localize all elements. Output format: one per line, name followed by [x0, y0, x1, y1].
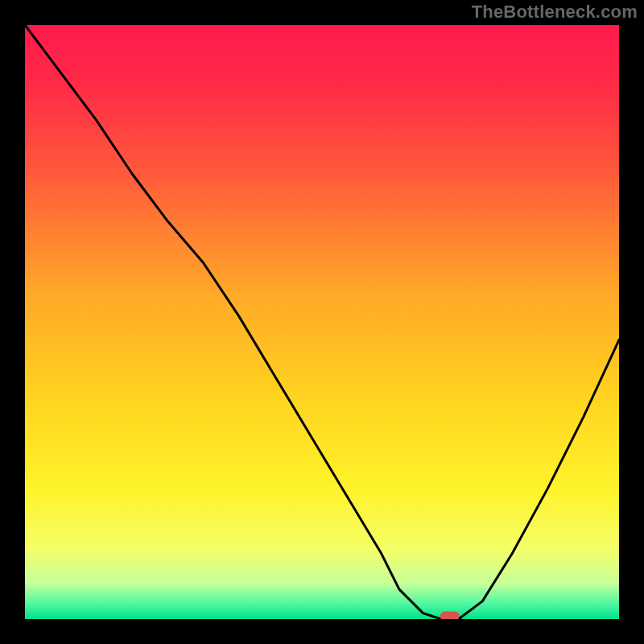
watermark-text: TheBottleneck.com: [472, 2, 638, 23]
optimal-marker: [440, 611, 460, 619]
gradient-background: [25, 25, 619, 619]
plot-area: [25, 25, 619, 619]
chart-frame: TheBottleneck.com: [0, 0, 644, 644]
chart-svg: [25, 25, 619, 619]
